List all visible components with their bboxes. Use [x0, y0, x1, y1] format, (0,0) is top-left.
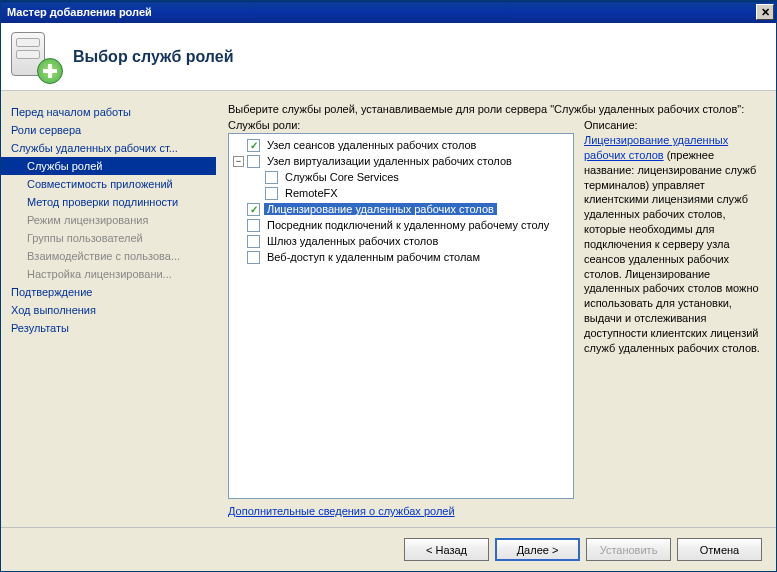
main-panel: Выберите службы ролей, устанавливаемые д… [216, 91, 776, 527]
sidebar-item[interactable]: Службы удаленных рабочих ст... [1, 139, 216, 157]
install-button[interactable]: Установить [586, 538, 671, 561]
instruction-text: Выберите службы ролей, устанавливаемые д… [228, 103, 764, 115]
expander-spacer [251, 172, 262, 183]
sidebar-item[interactable]: Службы ролей [1, 157, 216, 175]
checkbox[interactable] [247, 251, 260, 264]
tree-row[interactable]: ✓Узел сеансов удаленных рабочих столов [229, 137, 573, 153]
sidebar-item[interactable]: Роли сервера [1, 121, 216, 139]
tree-item-label: Узел виртуализации удаленных рабочих сто… [264, 155, 515, 167]
page-title: Выбор служб ролей [73, 48, 234, 66]
tree-row[interactable]: Посредник подключений к удаленному рабоч… [229, 217, 573, 233]
description-body: (прежнее название: лицензирование служб … [584, 149, 760, 354]
roles-panel: Службы роли: ✓Узел сеансов удаленных раб… [228, 119, 574, 527]
plus-icon [37, 58, 63, 84]
checkbox[interactable]: ✓ [247, 203, 260, 216]
tree-item-label: RemoteFX [282, 187, 341, 199]
tree-row[interactable]: Веб-доступ к удаленным рабочим столам [229, 249, 573, 265]
sidebar-item[interactable]: Взаимодействие с пользова... [1, 247, 216, 265]
expander-spacer [233, 252, 244, 263]
window-title: Мастер добавления ролей [7, 6, 152, 18]
tree-row[interactable]: Шлюз удаленных рабочих столов [229, 233, 573, 249]
body: Перед началом работыРоли сервераСлужбы у… [1, 91, 776, 527]
roles-tree[interactable]: ✓Узел сеансов удаленных рабочих столов−У… [228, 133, 574, 499]
roles-label: Службы роли: [228, 119, 574, 131]
sidebar-item[interactable]: Подтверждение [1, 283, 216, 301]
sidebar-item[interactable]: Совместимость приложений [1, 175, 216, 193]
expander-spacer [233, 220, 244, 231]
cancel-button[interactable]: Отмена [677, 538, 762, 561]
sidebar-item[interactable]: Метод проверки подлинности [1, 193, 216, 211]
sidebar-item[interactable]: Группы пользователей [1, 229, 216, 247]
description-label: Описание: [584, 119, 764, 131]
tree-row[interactable]: RemoteFX [229, 185, 573, 201]
tree-item-label: Веб-доступ к удаленным рабочим столам [264, 251, 483, 263]
checkbox[interactable] [265, 171, 278, 184]
panels: Службы роли: ✓Узел сеансов удаленных раб… [228, 119, 764, 527]
sidebar-item[interactable]: Ход выполнения [1, 301, 216, 319]
expander-spacer [251, 188, 262, 199]
sidebar-item[interactable]: Настройка лицензировани... [1, 265, 216, 283]
checkbox[interactable] [265, 187, 278, 200]
checkbox[interactable] [247, 219, 260, 232]
description-text: Лицензирование удаленных рабочих столов … [584, 133, 764, 356]
header: Выбор служб ролей [1, 23, 776, 91]
titlebar: Мастер добавления ролей ✕ [1, 1, 776, 23]
tree-item-label: Службы Core Services [282, 171, 402, 183]
expander-spacer [233, 204, 244, 215]
sidebar-item[interactable]: Результаты [1, 319, 216, 337]
checkbox[interactable]: ✓ [247, 139, 260, 152]
tree-item-label: Лицензирование удаленных рабочих столов [264, 203, 497, 215]
tree-row[interactable]: Службы Core Services [229, 169, 573, 185]
wizard-icon [11, 30, 65, 84]
more-info-link[interactable]: Дополнительные сведения о службах ролей [228, 505, 455, 517]
wizard-window: Мастер добавления ролей ✕ Выбор служб ро… [0, 0, 777, 572]
sidebar: Перед началом работыРоли сервераСлужбы у… [1, 91, 216, 527]
tree-row[interactable]: ✓Лицензирование удаленных рабочих столов [229, 201, 573, 217]
checkbox[interactable] [247, 235, 260, 248]
sidebar-item[interactable]: Перед началом работы [1, 103, 216, 121]
footer: < Назад Далее > Установить Отмена [1, 527, 776, 571]
tree-item-label: Узел сеансов удаленных рабочих столов [264, 139, 479, 151]
next-button[interactable]: Далее > [495, 538, 580, 561]
description-panel: Описание: Лицензирование удаленных рабоч… [584, 119, 764, 527]
expander-spacer [233, 140, 244, 151]
expander-spacer [233, 236, 244, 247]
back-button[interactable]: < Назад [404, 538, 489, 561]
tree-item-label: Посредник подключений к удаленному рабоч… [264, 219, 552, 231]
tree-item-label: Шлюз удаленных рабочих столов [264, 235, 441, 247]
collapse-icon[interactable]: − [233, 156, 244, 167]
checkbox[interactable] [247, 155, 260, 168]
close-button[interactable]: ✕ [756, 4, 774, 20]
sidebar-item[interactable]: Режим лицензирования [1, 211, 216, 229]
tree-row[interactable]: −Узел виртуализации удаленных рабочих ст… [229, 153, 573, 169]
